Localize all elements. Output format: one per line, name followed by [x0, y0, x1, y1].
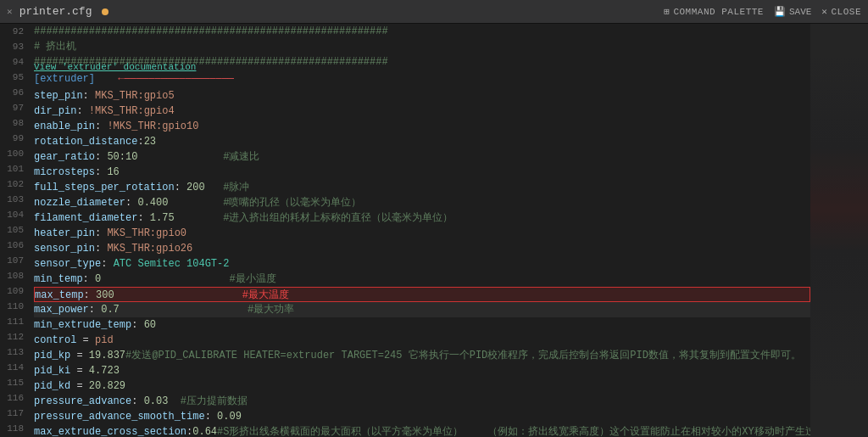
code-comment: ########################################… [34, 25, 388, 37]
code-key: pid_kd [34, 380, 70, 392]
close-label: CLOSE [831, 7, 861, 17]
code-line: ########################################… [34, 24, 810, 39]
code-value: 0.400 [137, 197, 168, 209]
code-line: sensor_type: ATC Semitec 104GT-2 [34, 256, 810, 272]
save-button[interactable]: 💾 SAVE [774, 6, 811, 17]
code-comment: #进入挤出组的耗材上标称的直径（以毫米为单位） [223, 212, 453, 224]
code-line: enable_pin: !MKS_THR:gpio10 [34, 119, 810, 134]
code-key: enable_pin [34, 120, 95, 132]
code-value: 1.75 [150, 212, 175, 224]
code-line-selected: max_temp: 300 #最大温度 [34, 287, 810, 302]
save-label: SAVE [789, 7, 811, 17]
code-comment: #压力提前数据 [181, 395, 248, 407]
code-value: 60 [144, 319, 156, 331]
code-line: rotation_distance:23 [34, 134, 810, 149]
code-comment: #喷嘴的孔径（以毫米为单位） [223, 197, 361, 209]
code-comment: #最大功率 [248, 304, 294, 316]
code-line: View 'extruder' documentation [extruder]… [34, 71, 810, 87]
code-key: rotation_distance [34, 136, 137, 148]
code-key: max_power [34, 304, 89, 316]
code-line: min_temp: 0 #最小温度 [34, 272, 810, 287]
code-key: gear_ratio [34, 151, 95, 163]
close-button[interactable]: ✕ CLOSE [821, 6, 861, 17]
code-key: pid_kp [34, 350, 70, 361]
code-line: control = pid [34, 333, 810, 348]
extruder-doc-link[interactable]: View 'extruder' documentation [34, 59, 196, 75]
code-value: 20.829 [89, 380, 125, 392]
code-key: max_extrude_cross_section [34, 426, 186, 437]
code-value: !MKS_THR:gpio4 [89, 105, 175, 117]
code-line: nozzle_diameter: 0.400 #喷嘴的孔径（以毫米为单位） [34, 195, 810, 210]
filename-label: printer.cfg [19, 5, 92, 18]
code-key: step_pin [34, 90, 83, 102]
code-key: pressure_advance_smooth_time [34, 411, 205, 423]
code-line: full_steps_per_rotation: 200 #脉冲 [34, 180, 810, 195]
code-value: 50:10 [107, 151, 137, 163]
section-bracket: [extruder] [34, 73, 95, 85]
code-comment: #最小温度 [229, 273, 275, 285]
code-line: pressure_advance: 0.03 #压力提前数据 [34, 394, 810, 409]
code-value: 300 [96, 289, 114, 301]
code-value: !MKS_THR:gpio10 [107, 120, 198, 132]
code-key: sensor_pin [34, 243, 95, 255]
code-comment: # 挤出机 [34, 41, 76, 53]
code-comment: #发送@PID_CALIBRATE HEATER=extruder TARGET… [125, 350, 801, 361]
code-key: pid_ki [34, 365, 70, 377]
code-value: MKS_THR:gpio0 [107, 227, 186, 239]
minimap [810, 24, 868, 437]
code-value: pid [95, 334, 114, 346]
code-key: filament_diameter [34, 212, 137, 224]
arrow-annotation: ←―――――――――――――――――― [118, 73, 234, 85]
code-key: sensor_type [34, 258, 101, 270]
code-comment: #脉冲 [223, 182, 249, 193]
code-value: 0.64 [192, 426, 217, 437]
line-numbers: 92 93 94 95 96 97 98 99 100 101 102 103 … [0, 24, 31, 437]
code-value: 4.723 [89, 365, 120, 377]
code-value: 0.03 [144, 395, 169, 407]
code-key: control [34, 334, 76, 346]
code-comment: #减速比 [223, 151, 259, 163]
code-key: full_steps_per_rotation [34, 182, 175, 193]
save-icon: 💾 [774, 6, 786, 17]
code-comment: #S形挤出线条横截面的最大面积（以平方毫米为单位） （例如：挤出线宽乘高度）这个… [217, 426, 810, 437]
code-line: heater_pin: MKS_THR:gpio0 [34, 226, 810, 241]
code-value: MKS_THR:gpio5 [95, 90, 175, 102]
code-value: 23 [144, 136, 156, 148]
code-line: max_extrude_cross_section:0.64#S形挤出线条横截面… [34, 424, 810, 437]
code-line: min_extrude_temp: 60 [34, 317, 810, 333]
code-key: pressure_advance [34, 395, 131, 407]
code-line: # 挤出机 [34, 39, 810, 54]
code-line: max_power: 0.7 #最大功率 [34, 302, 810, 317]
code-line: pid_kd = 20.829 [34, 378, 810, 394]
code-line: filament_diameter: 1.75 #进入挤出组的耗材上标称的直径（… [34, 210, 810, 226]
code-line: microsteps: 16 [34, 165, 810, 180]
code-value: 19.837 [89, 350, 125, 361]
modified-indicator [102, 8, 108, 15]
code-key: dir_pin [34, 105, 76, 117]
titlebar-left: ✕ printer.cfg [7, 5, 108, 18]
code-key: heater_pin [34, 227, 95, 239]
code-line: pressure_advance_smooth_time: 0.09 [34, 409, 810, 424]
editor[interactable]: 92 93 94 95 96 97 98 99 100 101 102 103 … [0, 24, 868, 437]
code-key: microsteps [34, 166, 95, 178]
code-line: step_pin: MKS_THR:gpio5 [34, 88, 810, 104]
code-line: sensor_pin: MKS_THR:gpio26 [34, 241, 810, 256]
code-key: min_temp [34, 273, 83, 285]
palette-icon: ⊞ [664, 6, 670, 17]
titlebar-right: ⊞ COMMAND PALETTE 💾 SAVE ✕ CLOSE [664, 6, 861, 17]
code-key: min_extrude_temp [34, 319, 131, 331]
close-icon: ✕ [821, 6, 827, 17]
code-value: MKS_THR:gpio26 [107, 243, 192, 255]
code-value: ATC Semitec 104GT-2 [114, 258, 230, 270]
code-line: dir_pin: !MKS_THR:gpio4 [34, 104, 810, 119]
code-key: max_temp [35, 289, 84, 301]
code-line: gear_ratio: 50:10 #减速比 [34, 149, 810, 165]
window-close-icon[interactable]: ✕ [7, 6, 13, 17]
code-key: nozzle_diameter [34, 197, 125, 209]
code-line: pid_ki = 4.723 [34, 363, 810, 378]
command-palette-button[interactable]: ⊞ COMMAND PALETTE [664, 6, 764, 17]
code-value: 0.09 [217, 411, 242, 423]
code-area[interactable]: ########################################… [31, 24, 810, 437]
command-palette-label: COMMAND PALETTE [673, 7, 764, 17]
titlebar: ✕ printer.cfg ⊞ COMMAND PALETTE 💾 SAVE ✕… [0, 0, 868, 24]
